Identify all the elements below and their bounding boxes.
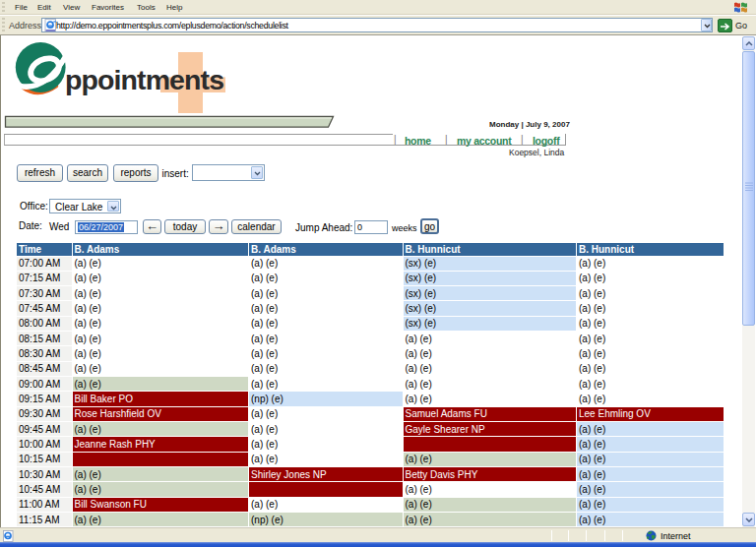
svg-text:ppointments: ppointments: [65, 64, 223, 95]
